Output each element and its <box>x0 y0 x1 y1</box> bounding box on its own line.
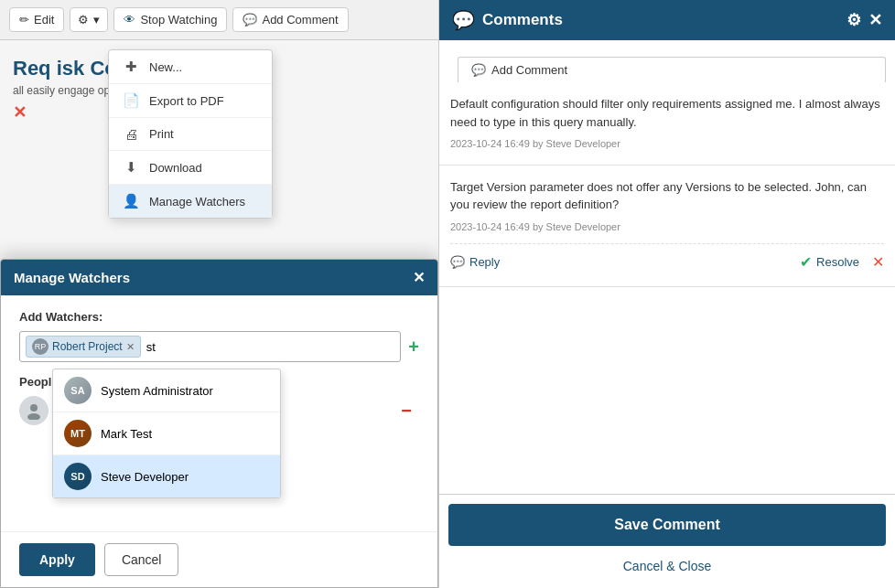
comments-footer: Save Comment Cancel & Close <box>439 494 895 588</box>
dropdown-item-download[interactable]: ⬇ Download <box>109 151 272 185</box>
check-icon: ✔ <box>800 251 812 273</box>
reply-label: Reply <box>469 253 500 272</box>
manage-watchers-dialog: Manage Watchers ✕ Add Watchers: RP Rober… <box>0 259 438 588</box>
comment-icon: 💬 <box>243 13 257 27</box>
settings-arrow: ▾ <box>93 13 100 27</box>
dialog-footer: Apply Cancel <box>1 531 437 587</box>
save-comment-button[interactable]: Save Comment <box>448 504 886 546</box>
autocomplete-dropdown: SA System Administrator MT Mark Test SD … <box>52 369 281 498</box>
marktest-name: Mark Test <box>101 427 152 441</box>
add-comment-tab-container: 💬 Add Comment <box>439 40 895 82</box>
download-icon: ⬇ <box>122 159 140 176</box>
add-watchers-label: Add Watchers: <box>19 310 419 324</box>
dialog-header: Manage Watchers ✕ <box>1 260 437 295</box>
comments-title: Comments <box>482 11 563 29</box>
right-panel: 💬 Comments ⚙ ✕ 💬 Add Comment Default con… <box>439 0 895 588</box>
close-icon[interactable]: ✕ <box>413 269 425 286</box>
cancel-close-link[interactable]: Cancel & Close <box>448 553 886 579</box>
resolve-label: Resolve <box>816 253 859 272</box>
person-avatar <box>19 396 49 425</box>
comment-2-text: Target Version parameter does not offer … <box>450 178 884 214</box>
dialog-body: Add Watchers: RP Robert Project ✕ + SA S… <box>1 295 437 445</box>
apply-button[interactable]: Apply <box>19 543 95 576</box>
add-comment-tab-label: Add Comment <box>491 63 567 77</box>
watcher-input-row: RP Robert Project ✕ + <box>19 331 419 362</box>
dropdown-item-print[interactable]: 🖨 Print <box>109 118 272 151</box>
download-label: Download <box>149 161 202 175</box>
svg-point-0 <box>30 404 38 412</box>
settings-button[interactable]: ⚙ ▾ <box>70 7 108 32</box>
person-icon <box>25 401 43 420</box>
add-comment-button[interactable]: 💬 Add Comment <box>232 7 348 32</box>
comment-1: Default configuration should filter only… <box>439 82 895 166</box>
comment-2-actions: 💬 Reply ✔ Resolve ✕ <box>450 243 884 273</box>
eye-icon: 👁 <box>124 13 135 27</box>
reply-icon: 💬 <box>450 253 465 272</box>
stevedev-avatar: SD <box>64 463 92 490</box>
gear-icon: ⚙ <box>78 13 89 27</box>
stop-watching-label: Stop Watching <box>140 13 217 27</box>
watcher-search-input[interactable] <box>146 340 395 354</box>
manage-watchers-icon: 👤 <box>122 193 140 209</box>
export-label: Export to PDF <box>149 94 224 108</box>
comment-tab-icon: 💬 <box>471 63 486 77</box>
reject-button[interactable]: ✕ <box>872 251 884 273</box>
edit-label: Edit <box>34 13 54 27</box>
plus-icon: ✚ <box>122 59 140 75</box>
comments-header-icons: ⚙ ✕ <box>846 10 882 30</box>
manage-watchers-label: Manage Watchers <box>149 195 245 208</box>
add-watcher-button[interactable]: + <box>408 337 419 356</box>
stevedev-name: Steve Developer <box>101 470 189 484</box>
dropdown-item-manage-watchers[interactable]: 👤 Manage Watchers <box>109 185 272 218</box>
toolbar: ✏ Edit ⚙ ▾ 👁 Stop Watching 💬 Add Comment <box>0 0 438 40</box>
settings-icon[interactable]: ⚙ <box>846 10 861 30</box>
comment-2-meta: 2023-10-24 16:49 by Steve Developer <box>450 219 884 235</box>
dropdown-item-export[interactable]: 📄 Export to PDF <box>109 84 272 118</box>
stop-watching-button[interactable]: 👁 Stop Watching <box>113 7 227 32</box>
comments-chat-icon: 💬 <box>452 9 475 31</box>
svg-point-1 <box>27 413 40 420</box>
dropdown-menu: ✚ New... 📄 Export to PDF 🖨 Print ⬇ Downl… <box>108 49 273 219</box>
export-icon: 📄 <box>122 92 140 109</box>
left-panel: ✏ Edit ⚙ ▾ 👁 Stop Watching 💬 Add Comment… <box>0 0 439 588</box>
close-icon[interactable]: ✕ <box>868 10 882 30</box>
print-icon: 🖨 <box>122 126 140 142</box>
cancel-button[interactable]: Cancel <box>104 543 179 576</box>
sysadmin-name: System Administrator <box>101 384 213 398</box>
add-comment-label: Add Comment <box>262 13 338 27</box>
sysadmin-avatar: SA <box>64 377 92 404</box>
edit-icon: ✏ <box>19 13 29 27</box>
dropdown-item-new[interactable]: ✚ New... <box>109 50 272 84</box>
autocomplete-item-stevedev[interactable]: SD Steve Developer <box>53 455 280 497</box>
watcher-tag-input[interactable]: RP Robert Project ✕ <box>19 331 401 362</box>
page-title: Req <box>13 57 51 80</box>
reply-button[interactable]: 💬 Reply <box>450 253 500 272</box>
comment-1-meta: 2023-10-24 16:49 by Steve Developer <box>450 136 884 152</box>
tag-avatar: RP <box>32 338 49 355</box>
new-label: New... <box>149 60 182 74</box>
comments-body: 💬 Add Comment Default configuration shou… <box>439 40 895 494</box>
edit-button[interactable]: ✏ Edit <box>9 7 64 32</box>
comment-2: Target Version parameter does not offer … <box>439 166 895 288</box>
watcher-tag: RP Robert Project ✕ <box>26 336 141 358</box>
comment-1-text: Default configuration should filter only… <box>450 95 884 131</box>
remove-watcher-button[interactable]: − <box>401 401 412 422</box>
tag-label: Robert Project <box>52 340 123 353</box>
resolve-button[interactable]: ✔ Resolve <box>800 251 859 273</box>
autocomplete-item-sysadmin[interactable]: SA System Administrator <box>53 369 280 412</box>
comments-header: 💬 Comments ⚙ ✕ <box>439 0 895 40</box>
marktest-avatar: MT <box>64 420 92 447</box>
add-comment-tab[interactable]: 💬 Add Comment <box>458 57 886 82</box>
dialog-title: Manage Watchers <box>14 270 130 285</box>
autocomplete-item-marktest[interactable]: MT Mark Test <box>53 412 280 455</box>
print-label: Print <box>149 127 174 141</box>
tag-close-icon[interactable]: ✕ <box>126 341 135 353</box>
